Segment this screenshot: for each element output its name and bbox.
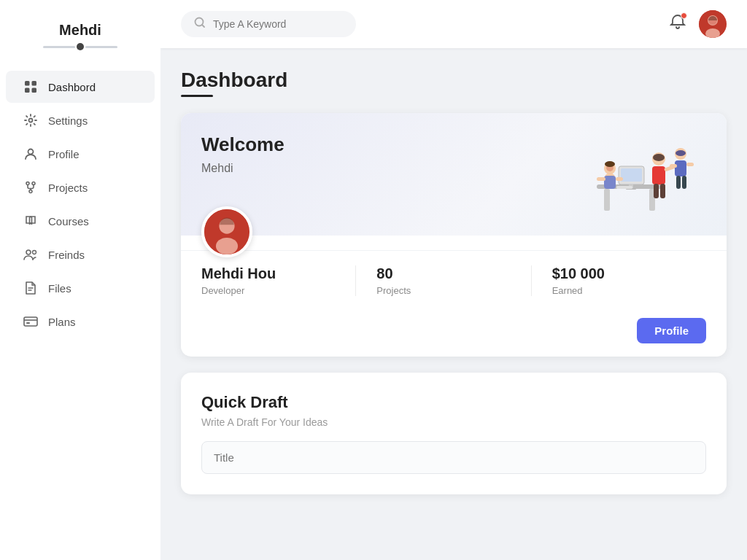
profile-button[interactable]: Profile xyxy=(637,318,706,343)
welcome-subname: Mehdi xyxy=(201,162,285,175)
quick-draft-subtitle: Write A Draft For Your Ideas xyxy=(201,416,706,428)
sidebar-item-profile[interactable]: Profile xyxy=(6,138,155,170)
sidebar-username: Mehdi xyxy=(12,22,149,39)
sidebar-item-label-freinds: Freinds xyxy=(48,249,85,261)
fork-icon xyxy=(23,180,38,195)
sidebar-item-courses[interactable]: Courses xyxy=(6,205,155,237)
svg-point-40 xyxy=(676,150,686,156)
svg-rect-19 xyxy=(604,189,610,211)
welcome-heading: Welcome xyxy=(201,133,285,156)
svg-rect-0 xyxy=(25,81,30,86)
search-box[interactable] xyxy=(181,11,356,37)
page-title: Dashboard xyxy=(181,69,727,92)
card-icon xyxy=(23,314,38,329)
svg-rect-12 xyxy=(26,322,30,324)
svg-rect-11 xyxy=(24,317,37,326)
sidebar-item-label-files: Files xyxy=(48,282,71,295)
main-content: Dashboard Welcome Mehdi xyxy=(160,0,747,560)
svg-rect-37 xyxy=(660,184,665,198)
welcome-avatar xyxy=(201,206,252,257)
svg-rect-30 xyxy=(604,176,616,189)
svg-point-48 xyxy=(216,238,238,254)
svg-point-9 xyxy=(26,250,31,254)
user-icon xyxy=(23,147,38,161)
notification-bell[interactable] xyxy=(670,14,686,34)
welcome-stats: Mehdi Hou Developer 80 Projects $10 000 … xyxy=(181,250,727,311)
page-title-block: Dashboard xyxy=(181,69,727,97)
svg-rect-31 xyxy=(597,177,605,181)
stat-earned-block: $10 000 Earned xyxy=(531,265,706,296)
svg-rect-35 xyxy=(652,166,665,184)
sidebar-item-label-settings: Settings xyxy=(48,114,88,127)
draft-title-input[interactable] xyxy=(201,441,706,474)
page-content: Dashboard Welcome Mehdi xyxy=(160,48,747,509)
svg-rect-1 xyxy=(32,81,37,86)
topbar xyxy=(160,0,747,48)
welcome-card-top: Welcome Mehdi xyxy=(181,113,727,236)
welcome-card: Welcome Mehdi xyxy=(181,113,727,357)
svg-point-34 xyxy=(653,154,665,161)
stat-projects-block: 80 Projects xyxy=(355,265,530,296)
settings-icon xyxy=(23,113,38,128)
svg-point-4 xyxy=(29,119,33,122)
stat-name-block: Mehdi Hou Developer xyxy=(201,265,355,296)
sidebar-item-plans[interactable]: Plans xyxy=(6,306,155,338)
sidebar-item-dashboard[interactable]: Dashbord xyxy=(6,71,155,103)
stat-name-value: Mehdi Hou xyxy=(201,265,355,282)
notification-dot xyxy=(681,12,687,19)
svg-rect-25 xyxy=(616,186,632,189)
svg-rect-42 xyxy=(676,176,681,189)
sidebar-item-freinds[interactable]: Freinds xyxy=(6,238,155,271)
stat-projects-value: 80 xyxy=(376,265,530,282)
svg-rect-43 xyxy=(682,176,686,189)
welcome-illustration xyxy=(553,126,706,221)
svg-point-10 xyxy=(33,251,36,254)
svg-rect-41 xyxy=(675,160,686,176)
svg-rect-22 xyxy=(621,168,642,182)
svg-rect-36 xyxy=(654,184,659,198)
sidebar: Mehdi Dashbord xyxy=(0,0,160,560)
sidebar-item-label-courses: Courses xyxy=(48,215,89,228)
topbar-right xyxy=(670,10,727,38)
sidebar-item-files[interactable]: Files xyxy=(6,272,155,304)
sidebar-user: Mehdi xyxy=(0,22,160,50)
stat-earned-value: $10 000 xyxy=(552,265,706,282)
people-icon xyxy=(23,247,38,262)
stat-projects-label: Projects xyxy=(376,285,530,296)
sidebar-item-label-plans: Plans xyxy=(48,316,76,328)
welcome-footer: Profile xyxy=(181,311,727,357)
stat-earned-label: Earned xyxy=(552,285,706,296)
svg-rect-2 xyxy=(25,88,30,93)
search-icon xyxy=(194,17,206,31)
svg-rect-44 xyxy=(670,164,677,168)
svg-rect-45 xyxy=(686,163,694,166)
sidebar-item-projects[interactable]: Projects xyxy=(6,171,155,203)
search-input[interactable] xyxy=(213,18,343,30)
stat-role-label: Developer xyxy=(201,285,355,296)
welcome-text: Welcome Mehdi xyxy=(201,133,285,175)
sidebar-item-label-dashboard: Dashbord xyxy=(48,81,96,93)
svg-point-5 xyxy=(28,149,34,155)
svg-rect-32 xyxy=(616,177,623,181)
file-icon xyxy=(23,281,38,295)
book-icon xyxy=(23,214,38,228)
svg-point-29 xyxy=(605,161,615,167)
sidebar-nav: Dashbord Settings Profile xyxy=(0,71,160,338)
quick-draft-card: Quick Draft Write A Draft For Your Ideas xyxy=(181,373,727,494)
grid-icon xyxy=(23,79,38,94)
sidebar-item-label-profile: Profile xyxy=(48,148,80,160)
quick-draft-title: Quick Draft xyxy=(201,393,706,412)
page-title-underline xyxy=(181,95,213,97)
sidebar-item-label-projects: Projects xyxy=(48,182,88,194)
svg-rect-3 xyxy=(32,88,37,93)
sidebar-divider xyxy=(12,43,149,50)
user-avatar-top[interactable] xyxy=(699,10,727,38)
sidebar-item-settings[interactable]: Settings xyxy=(6,104,155,136)
